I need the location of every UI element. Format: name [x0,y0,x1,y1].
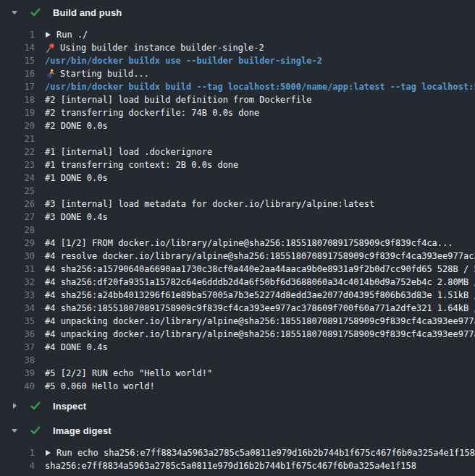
line-content: #1 transferring context: 2B 0.0s done [45,158,238,171]
line-number[interactable]: 37 [0,341,35,354]
line-content: Starting build... [45,67,149,80]
log-line: 30 #4 resolve docker.io/library/alpine@s… [0,250,475,263]
line-number[interactable]: 27 [0,211,35,224]
line-content: Run echo sha256:e7ff8834a5963a2785c5a081… [45,446,475,459]
log-line: 4 sha256:e7ff8834a5963a2785c5a0811e979d1… [0,459,475,472]
line-text: /usr/bin/docker buildx use --builder bui… [45,54,322,67]
line-number[interactable]: 34 [0,302,35,315]
line-text: #4 unpacking docker.io/library/alpine@sh… [45,328,475,341]
line-number[interactable]: 40 [0,380,35,393]
line-text: #5 0.060 Hello world! [45,380,155,393]
line-text: #1 transferring context: 2B 0.0s done [45,158,238,171]
line-content: #2 transferring dockerfile: 74B 0.0s don… [45,106,259,119]
log-line: 18 #2 [internal] load build definition f… [0,93,475,106]
line-number[interactable]: 24 [0,171,35,184]
line-number[interactable]: 1 [0,446,35,459]
expand-group-icon[interactable] [45,31,51,38]
line-number[interactable]: 20 [0,119,35,132]
log-line: 34 #4 sha256:185518070891758909c9f839cf4… [0,302,475,315]
section-label: Image digest [53,425,112,436]
line-text: #4 unpacking docker.io/library/alpine@sh… [45,315,475,328]
check-icon [30,7,41,18]
line-text: #5 [2/2] RUN echo "Hello world!" [45,367,212,380]
line-number[interactable]: 17 [0,80,35,93]
line-number[interactable]: 19 [0,106,35,119]
log-line: 23 #1 transferring context: 2B 0.0s done [0,158,475,171]
line-text: #1 DONE 0.0s [45,171,108,184]
section-chevron-slot [13,9,21,16]
line-text: /usr/bin/docker buildx build --tag local… [45,80,475,93]
line-content: Run ./ [45,28,88,41]
chevron-right-icon [11,402,18,409]
line-content: #2 DONE 0.0s [45,119,108,132]
line-content: #4 sha256:df20fa9351a15782c64e6dddb2d4a6… [45,276,475,289]
line-number[interactable]: 33 [0,289,35,302]
line-text: #3 [internal] load metadata for docker.i… [45,197,374,211]
section-header[interactable]: Inspect [0,394,475,418]
line-text: Starting build... [60,67,149,80]
expand-group-icon[interactable] [45,449,51,456]
line-content: #1 DONE 0.0s [45,171,108,184]
log-line: 32 #4 sha256:df20fa9351a15782c64e6dddb2d… [0,276,475,289]
line-number[interactable]: 39 [0,367,35,380]
log-section: Build and push 1 Run ./ 14 Using builder… [0,0,475,394]
line-text: #4 resolve docker.io/library/alpine@sha2… [45,250,475,263]
line-number[interactable]: 38 [0,354,35,367]
line-text: #1 [internal] load .dockerignore [45,145,212,158]
workflow-log-viewer: Build and push 1 Run ./ 14 Using builder… [0,0,475,476]
log-line: 29 #4 [1/2] FROM docker.io/library/alpin… [0,237,475,250]
section-header[interactable]: Image digest [0,418,475,443]
line-number[interactable]: 35 [0,315,35,328]
line-number[interactable]: 18 [0,93,35,106]
log-line: 14 Using builder instance builder-single… [0,41,475,54]
line-text: sha256:e7ff8834a5963a2785c5a0811e979d16b… [45,459,416,472]
section-status-slot [32,7,43,18]
log-line: 35 #4 unpacking docker.io/library/alpine… [0,315,475,328]
log-line: 15 /usr/bin/docker buildx use --builder … [0,54,475,67]
section-label: Build and push [53,7,122,18]
line-number[interactable]: 1 [0,28,35,41]
line-number[interactable]: 4 [0,459,35,472]
line-content: #2 [internal] load build definition from… [45,93,311,106]
log-line: 36 #4 unpacking docker.io/library/alpine… [0,328,475,341]
line-text: #2 DONE 0.0s [45,119,108,132]
log-line: 38 [0,354,475,367]
line-number[interactable]: 15 [0,54,35,67]
line-content: #4 [1/2] FROM docker.io/library/alpine@s… [45,237,453,250]
line-number[interactable]: 25 [0,184,35,197]
log-line: 20 #2 DONE 0.0s [0,119,475,132]
line-number[interactable]: 22 [0,145,35,158]
line-number[interactable]: 16 [0,67,35,80]
section-header[interactable]: Build and push [0,0,475,25]
line-number[interactable]: 36 [0,328,35,341]
line-content: #4 unpacking docker.io/library/alpine@sh… [45,315,475,328]
log-line: 16 Starting build... [0,67,475,80]
line-number[interactable]: 29 [0,237,35,250]
line-text: #4 sha256:df20fa9351a15782c64e6dddb2d4a6… [45,276,475,289]
line-content: #4 DONE 0.4s [45,341,108,354]
log-line: 33 #4 sha256:a24bb4013296f61e89ba57005a7… [0,289,475,302]
pushpin-icon [45,43,55,53]
line-number[interactable]: 32 [0,276,35,289]
line-number[interactable]: 23 [0,158,35,171]
log-line: 21 [0,132,475,145]
log-line: 28 [0,224,475,237]
line-content: Using builder instance builder-single-2 [45,41,264,54]
line-number[interactable]: 21 [0,132,35,145]
line-content: #1 [internal] load .dockerignore [45,145,212,158]
line-number[interactable]: 26 [0,197,35,211]
check-icon [30,425,41,436]
line-content: /usr/bin/docker buildx use --builder bui… [45,54,322,67]
line-text: Run ./ [56,28,88,41]
line-text: Using builder instance builder-single-2 [60,41,264,54]
line-number[interactable]: 30 [0,250,35,263]
line-number[interactable]: 31 [0,263,35,276]
log-line: 26 #3 [internal] load metadata for docke… [0,197,475,211]
log-line: 19 #2 transferring dockerfile: 74B 0.0s … [0,106,475,119]
log-line: 24 #1 DONE 0.0s [0,171,475,184]
line-number[interactable]: 14 [0,41,35,54]
log-line: 40 #5 0.060 Hello world! [0,380,475,393]
line-number[interactable]: 28 [0,224,35,237]
line-text: #2 transferring dockerfile: 74B 0.0s don… [45,106,259,119]
log-line: 1 Run echo sha256:e7ff8834a5963a2785c5a0… [0,446,475,459]
